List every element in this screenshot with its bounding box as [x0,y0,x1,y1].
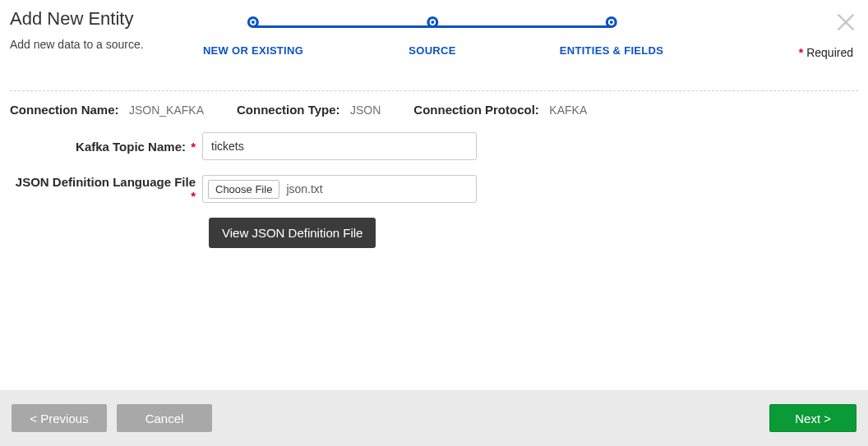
connection-type-value: JSON [350,103,381,117]
view-jdl-button[interactable]: View JSON Definition File [209,218,376,248]
jdl-file-label: JSON Definition Language File * [10,175,202,203]
required-note: * Required [799,46,853,59]
required-star-icon: * [191,140,196,154]
connection-protocol-label: Connection Protocol: [413,103,539,117]
step-new-or-existing[interactable]: NEW OR EXISTING [203,16,303,57]
kafka-topic-row: Kafka Topic Name: * [10,132,858,160]
chosen-file-name: json.txt [286,182,322,195]
kafka-topic-input[interactable] [202,132,477,160]
section-divider [10,90,858,91]
previous-button[interactable]: < Previous [12,404,107,432]
connection-info-row: Connection Name: JSON_KAFKA Connection T… [10,103,858,117]
step-dot-icon [606,16,617,28]
connection-name-value: JSON_KAFKA [129,103,204,117]
jdl-file-row: JSON Definition Language File * Choose F… [10,175,858,203]
wizard-footer: < Previous Cancel Next > [0,390,868,446]
add-entity-dialog: Add New Entity Add new data to a source.… [0,0,868,446]
connection-protocol-value: KAFKA [549,103,587,117]
required-star-icon: * [191,189,196,203]
step-dot-icon [247,16,259,28]
close-button[interactable] [835,11,856,33]
step-entities-fields[interactable]: ENTITIES & FIELDS [560,16,663,57]
step-label: ENTITIES & FIELDS [560,44,663,57]
step-label: NEW OR EXISTING [203,44,303,57]
form-area: Connection Name: JSON_KAFKA Connection T… [0,103,868,248]
connection-type-label: Connection Type: [237,103,340,117]
next-button[interactable]: Next > [769,404,856,432]
kafka-topic-label: Kafka Topic Name: * [10,140,202,154]
connection-name-label: Connection Name: [10,103,119,117]
jdl-file-input[interactable]: Choose File json.txt [202,175,477,203]
required-star-icon: * [799,46,803,59]
choose-file-button[interactable]: Choose File [208,180,279,199]
step-dot-icon [427,16,438,28]
close-icon [835,11,856,33]
step-source[interactable]: SOURCE [409,16,455,57]
required-text: Required [806,46,853,59]
cancel-button[interactable]: Cancel [117,404,212,432]
step-label: SOURCE [409,44,455,57]
